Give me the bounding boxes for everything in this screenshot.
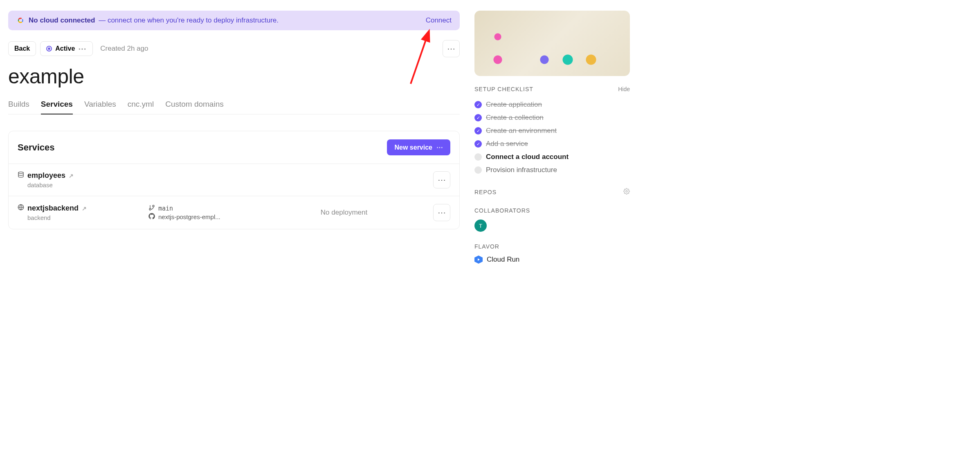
page-title: example: [8, 65, 460, 88]
flavor-value: Cloud Run: [487, 255, 519, 264]
flavor-title: FLAVOR: [474, 243, 630, 250]
database-icon: [18, 171, 24, 180]
checklist-item: ✓Add a service: [474, 137, 630, 150]
branch-name: main: [158, 205, 173, 212]
service-more-button[interactable]: ⋯: [433, 204, 450, 221]
checklist-title: SETUP CHECKLIST: [474, 86, 618, 92]
service-subtitle: database: [27, 181, 140, 188]
checklist-item-label: Add a service: [486, 140, 528, 148]
cloud-run-icon: [474, 255, 483, 264]
decorative-banner-art: [474, 11, 630, 76]
repo-name: nextjs-postgres-empl...: [158, 213, 220, 220]
service-name: nextjsbackend: [27, 204, 79, 213]
github-icon: [148, 213, 155, 221]
checklist-item: ✓Create application: [474, 98, 630, 111]
setup-checklist: SETUP CHECKLIST Hide ✓Create application…: [474, 86, 630, 177]
repos-section: REPOS: [474, 188, 630, 196]
created-timestamp: Created 2h ago: [100, 45, 148, 53]
branch-icon: [148, 204, 155, 212]
flavor-section: FLAVOR Cloud Run: [474, 243, 630, 264]
check-icon: ✓: [474, 101, 482, 108]
back-button[interactable]: Back: [8, 41, 36, 56]
more-actions-button[interactable]: ⋯: [443, 40, 460, 57]
tab-variables[interactable]: Variables: [84, 100, 116, 114]
cloud-banner: No cloud connected — connect one when yo…: [8, 11, 460, 30]
tab-services[interactable]: Services: [41, 100, 73, 114]
circle-icon: [474, 153, 482, 161]
service-more-button[interactable]: ⋯: [433, 171, 450, 188]
gear-icon[interactable]: [623, 188, 630, 196]
services-title: Services: [18, 142, 387, 153]
status-chip[interactable]: Active ⋯: [40, 41, 93, 56]
circle-icon: [474, 166, 482, 174]
external-link-icon: ↗: [82, 205, 87, 212]
tabs: BuildsServicesVariablescnc.ymlCustom dom…: [8, 100, 460, 114]
svg-point-6: [149, 208, 151, 210]
avatar[interactable]: T: [474, 220, 487, 232]
google-cloud-icon: [16, 16, 25, 25]
checklist-item: ✓Create an environment: [474, 124, 630, 137]
svg-point-1: [18, 172, 23, 173]
check-icon: ✓: [474, 140, 482, 148]
service-row[interactable]: nextjsbackend↗backendmainnextjs-postgres…: [9, 196, 459, 229]
tab-builds[interactable]: Builds: [8, 100, 29, 114]
banner-text: No cloud connected — connect one when yo…: [29, 16, 422, 25]
checklist-item-label: Create an environment: [486, 127, 557, 135]
header-row: Back Active ⋯ Created 2h ago ⋯: [8, 40, 460, 57]
service-row[interactable]: employees↗database⋯: [9, 164, 459, 196]
ellipsis-icon: ⋯: [438, 208, 446, 217]
svg-point-5: [153, 205, 154, 207]
checklist-item-label: Create a collection: [486, 114, 544, 122]
checklist-item: ✓Create a collection: [474, 111, 630, 124]
services-card: Services New service ⋯ employees↗databas…: [8, 131, 460, 229]
ellipsis-icon: ⋯: [447, 44, 455, 54]
deployment-status: No deployment: [263, 208, 425, 217]
checklist-item[interactable]: Provision infrastructure: [474, 164, 630, 177]
tab-custom-domains[interactable]: Custom domains: [165, 100, 224, 114]
service-name: employees: [27, 171, 65, 180]
globe-icon: [18, 204, 24, 213]
checklist-item[interactable]: Connect a cloud account: [474, 150, 630, 164]
connect-link[interactable]: Connect: [426, 16, 452, 25]
service-subtitle: backend: [27, 214, 140, 221]
external-link-icon: ↗: [69, 173, 74, 179]
svg-point-7: [626, 190, 627, 192]
hide-checklist-link[interactable]: Hide: [618, 86, 630, 92]
collaborators-section: COLLABORATORS T: [474, 207, 630, 232]
check-icon: ✓: [474, 127, 482, 134]
collaborators-title: COLLABORATORS: [474, 207, 630, 214]
active-dot-icon: [46, 46, 52, 52]
repos-title: REPOS: [474, 189, 623, 195]
checklist-item-label: Provision infrastructure: [486, 166, 557, 174]
ellipsis-icon: ⋯: [436, 143, 443, 151]
checklist-item-label: Connect a cloud account: [486, 153, 569, 161]
ellipsis-icon: ⋯: [438, 175, 446, 185]
checklist-item-label: Create application: [486, 101, 542, 109]
new-service-button[interactable]: New service ⋯: [387, 139, 450, 155]
tab-cnc-yml[interactable]: cnc.yml: [128, 100, 154, 114]
check-icon: ✓: [474, 114, 482, 121]
